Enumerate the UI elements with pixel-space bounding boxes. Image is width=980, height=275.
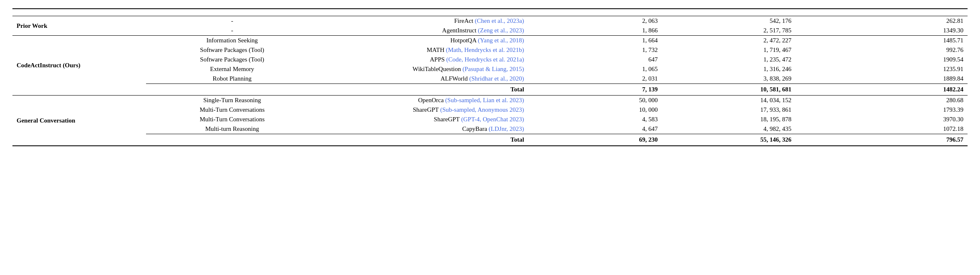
cell-tokens: 4, 982, 435 xyxy=(662,124,795,134)
cell-name: FireAct (Chen et al., 2023a) xyxy=(318,16,528,26)
cell-name: WikiTableQuestion (Pasupat & Liang, 2015… xyxy=(318,64,528,74)
cell-name: AgentInstruct (Zeng et al., 2023) xyxy=(318,26,528,36)
cell-name: OpenOrca (Sub-sampled, Lian et al. 2023) xyxy=(318,96,528,106)
cell-total-label: Total xyxy=(318,134,528,146)
cell-type: Multi-turn Reasoning xyxy=(146,124,318,134)
cell-instances: 1, 664 xyxy=(528,36,662,46)
cell-tokens: 1, 316, 246 xyxy=(662,64,795,74)
table-row: -AgentInstruct (Zeng et al., 2023)1, 866… xyxy=(12,26,968,36)
cell-instances: 50, 000 xyxy=(528,96,662,106)
cell-name: MATH (Math, Hendrycks et al. 2021b) xyxy=(318,45,528,55)
cell-type: - xyxy=(146,16,318,26)
cell-type: Software Packages (Tool) xyxy=(146,45,318,55)
cell-instances: 2, 031 xyxy=(528,74,662,84)
cell-total-instances: 7, 139 xyxy=(528,84,662,96)
cell-total-type xyxy=(146,134,318,146)
table-row: Multi-Turn ConversationsShareGPT (Sub-sa… xyxy=(12,105,968,115)
cell-type: Multi-Turn Conversations xyxy=(146,105,318,115)
cell-avg: 1072.18 xyxy=(796,124,968,134)
total-row: Total7, 13910, 581, 6811482.24 xyxy=(12,84,968,96)
table-row: Software Packages (Tool)APPS (Code, Hend… xyxy=(12,55,968,64)
cell-avg: 280.68 xyxy=(796,96,968,106)
cell-total-avg: 1482.24 xyxy=(796,84,968,96)
cell-mixture: CodeActInstruct (Ours) xyxy=(12,36,146,96)
cell-total-type xyxy=(146,84,318,96)
cell-mixture: General Conversation xyxy=(12,96,146,146)
header-instances xyxy=(528,9,662,16)
cell-total-instances: 69, 230 xyxy=(528,134,662,146)
cell-instances: 1, 732 xyxy=(528,45,662,55)
cell-avg: 1793.39 xyxy=(796,105,968,115)
header-avg xyxy=(796,9,968,16)
cell-avg: 1909.54 xyxy=(796,55,968,64)
cell-tokens: 14, 034, 152 xyxy=(662,96,795,106)
cell-instances: 1, 065 xyxy=(528,64,662,74)
cell-tokens: 3, 838, 269 xyxy=(662,74,795,84)
cell-total-tokens: 55, 146, 326 xyxy=(662,134,795,146)
table-row: Software Packages (Tool)MATH (Math, Hend… xyxy=(12,45,968,55)
cell-name: HotpotQA (Yang et al., 2018) xyxy=(318,36,528,46)
cell-total-label: Total xyxy=(318,84,528,96)
cell-avg: 3970.30 xyxy=(796,115,968,124)
header-name xyxy=(318,9,528,16)
cell-type: Information Seeking xyxy=(146,36,318,46)
table-wrapper: Prior Work-FireAct (Chen et al., 2023a)2… xyxy=(0,0,980,155)
cell-name: ShareGPT (Sub-sampled, Anonymous 2023) xyxy=(318,105,528,115)
cell-tokens: 1, 235, 472 xyxy=(662,55,795,64)
cell-name: APPS (Code, Hendrycks et al. 2021a) xyxy=(318,55,528,64)
cell-instances: 2, 063 xyxy=(528,16,662,26)
cell-type: Robot Planning xyxy=(146,74,318,84)
table-row: External MemoryWikiTableQuestion (Pasupa… xyxy=(12,64,968,74)
cell-instances: 647 xyxy=(528,55,662,64)
cell-instances: 4, 647 xyxy=(528,124,662,134)
cell-tokens: 542, 176 xyxy=(662,16,795,26)
cell-name: CapyBara (LDJnr, 2023) xyxy=(318,124,528,134)
table-row: General ConversationSingle-Turn Reasonin… xyxy=(12,96,968,106)
cell-type: - xyxy=(146,26,318,36)
cell-total-tokens: 10, 581, 681 xyxy=(662,84,795,96)
cell-avg: 1889.84 xyxy=(796,74,968,84)
cell-avg: 1235.91 xyxy=(796,64,968,74)
header-type xyxy=(146,9,318,16)
cell-name: ShareGPT (GPT-4, OpenChat 2023) xyxy=(318,115,528,124)
cell-tokens: 2, 472, 227 xyxy=(662,36,795,46)
cell-avg: 992.76 xyxy=(796,45,968,55)
cell-name: ALFWorld (Shridhar et al., 2020) xyxy=(318,74,528,84)
total-row: Total69, 23055, 146, 326796.57 xyxy=(12,134,968,146)
table-row: CodeActInstruct (Ours)Information Seekin… xyxy=(12,36,968,46)
cell-mixture: Prior Work xyxy=(12,16,146,36)
table-row: Multi-Turn ConversationsShareGPT (GPT-4,… xyxy=(12,115,968,124)
data-table: Prior Work-FireAct (Chen et al., 2023a)2… xyxy=(12,8,968,146)
cell-avg: 262.81 xyxy=(796,16,968,26)
table-row: Robot PlanningALFWorld (Shridhar et al.,… xyxy=(12,74,968,84)
cell-type: External Memory xyxy=(146,64,318,74)
cell-tokens: 1, 719, 467 xyxy=(662,45,795,55)
cell-instances: 4, 583 xyxy=(528,115,662,124)
header-mixture xyxy=(12,9,146,16)
cell-instances: 1, 866 xyxy=(528,26,662,36)
table-row: Prior Work-FireAct (Chen et al., 2023a)2… xyxy=(12,16,968,26)
cell-tokens: 17, 933, 861 xyxy=(662,105,795,115)
cell-instances: 10, 000 xyxy=(528,105,662,115)
cell-type: Multi-Turn Conversations xyxy=(146,115,318,124)
cell-avg: 1349.30 xyxy=(796,26,968,36)
cell-avg: 1485.71 xyxy=(796,36,968,46)
cell-tokens: 18, 195, 878 xyxy=(662,115,795,124)
table-row: Multi-turn ReasoningCapyBara (LDJnr, 202… xyxy=(12,124,968,134)
cell-type: Single-Turn Reasoning xyxy=(146,96,318,106)
header-tokens xyxy=(662,9,795,16)
cell-total-avg: 796.57 xyxy=(796,134,968,146)
cell-type: Software Packages (Tool) xyxy=(146,55,318,64)
cell-tokens: 2, 517, 785 xyxy=(662,26,795,36)
table-header-row xyxy=(12,9,968,16)
